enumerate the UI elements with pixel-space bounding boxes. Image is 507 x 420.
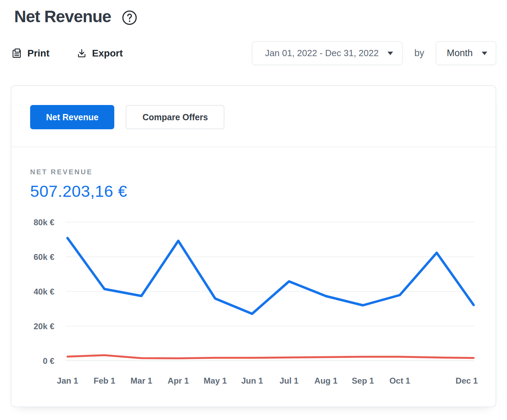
chart-card: Net Revenue Compare Offers NET REVENUE 5… — [11, 85, 496, 407]
metric-value: 507.203,16 € — [30, 182, 477, 201]
download-icon — [77, 48, 87, 59]
chevron-down-icon — [482, 52, 487, 55]
y-tick-label: 40k € — [34, 287, 54, 296]
metric-block: NET REVENUE 507.203,16 € — [11, 147, 496, 201]
date-range-select[interactable]: Jan 01, 2022 - Dec 31, 2022 — [252, 41, 403, 65]
date-range-value: Jan 01, 2022 - Dec 31, 2022 — [265, 48, 379, 59]
y-tick-label: 80k € — [34, 218, 54, 227]
export-label: Export — [92, 48, 123, 59]
tab-net-revenue[interactable]: Net Revenue — [30, 105, 114, 129]
granularity-select[interactable]: Month — [436, 41, 496, 65]
x-tick-label: Jul 1 — [279, 376, 299, 385]
y-tick-label: 20k € — [34, 322, 54, 331]
net-revenue-page: Net Revenue Print — [0, 0, 507, 407]
x-tick-label: Mar 1 — [131, 376, 152, 385]
granularity-value: Month — [447, 48, 473, 59]
export-button[interactable]: Export — [77, 48, 123, 59]
y-tick-label: 60k € — [34, 252, 54, 262]
chart-tabs: Net Revenue Compare Offers — [11, 105, 496, 129]
print-button[interactable]: Print — [11, 48, 50, 59]
tab-compare-offers[interactable]: Compare Offers — [126, 105, 224, 129]
x-tick-label: Sep 1 — [352, 376, 374, 385]
question-circle-icon — [122, 10, 137, 26]
x-tick-label: Jun 1 — [241, 376, 263, 385]
page-title: Net Revenue — [14, 7, 111, 26]
help-button[interactable] — [122, 10, 137, 26]
by-label: by — [414, 48, 424, 59]
series-line-secondary_red — [68, 355, 474, 358]
x-tick-label: Apr 1 — [168, 376, 189, 385]
x-tick-label: Jan 1 — [57, 376, 78, 385]
x-tick-label: Dec 1 — [456, 376, 478, 385]
x-tick-label: Oct 1 — [389, 376, 410, 385]
metric-label: NET REVENUE — [30, 168, 477, 176]
y-tick-label: 0 € — [43, 356, 54, 366]
chevron-down-icon — [388, 52, 393, 55]
x-tick-label: Feb 1 — [94, 376, 115, 385]
x-tick-label: Aug 1 — [314, 376, 338, 385]
toolbar: Print Export Jan 01, 2022 - Dec 31, 2022… — [11, 41, 496, 65]
series-line-net_revenue — [68, 238, 474, 314]
print-label: Print — [27, 48, 50, 59]
x-tick-label: May 1 — [204, 376, 227, 385]
chart-wrap: 80k €60k €40k €20k €0 €Jan 1Feb 1Mar 1Ap… — [11, 213, 496, 395]
net-revenue-line-chart: 80k €60k €40k €20k €0 €Jan 1Feb 1Mar 1Ap… — [11, 213, 496, 393]
print-icon — [11, 48, 22, 59]
page-header: Net Revenue — [11, 0, 496, 26]
